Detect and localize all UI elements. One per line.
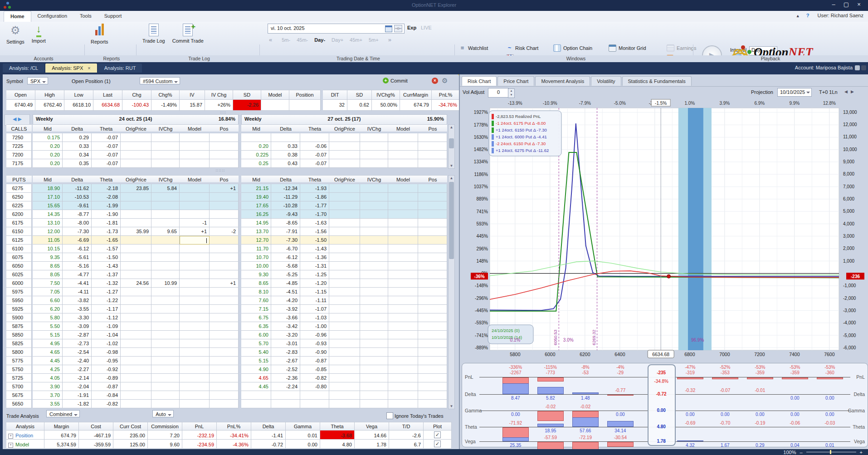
spinner-arrows-icon[interactable]: ▲▼ — [508, 88, 515, 98]
chain-settings-icon[interactable]: ⚙ — [442, 77, 448, 85]
puts-row[interactable]: 59005.80-3.30-1.126.75-3.66-1.03 — [3, 313, 458, 322]
puts-row[interactable]: 615012.00-7.30-1.7335.999.65+1-213.70-7.… — [3, 227, 458, 236]
puts-row[interactable]: 58755.50-3.09-1.096.35-3.42-1.00 — [3, 322, 458, 331]
symbol-select[interactable]: SPX — [27, 77, 48, 84]
ribbon-button-option-chain[interactable]: Option Chain — [553, 44, 609, 52]
puts-row[interactable]: 58505.15-2.87-1.046.00-3.20-0.96 — [3, 331, 458, 339]
maximize-button[interactable]: ▢ — [840, 1, 853, 8]
calls-row[interactable]: 72500.1750.29-0.07 — [3, 133, 458, 142]
clear-position-icon[interactable]: × — [432, 78, 438, 84]
puts-row[interactable]: 59757.05-4.11-1.278.10-4.51-1.15 — [3, 288, 458, 296]
panel-pin-icon[interactable] — [861, 65, 866, 70]
ribbon-button-commit-trade[interactable]: Commit Trade — [172, 24, 204, 44]
projection-prev-icon[interactable]: ◀ — [844, 89, 848, 94]
time-nav-45m[interactable]: 45m- — [297, 37, 308, 43]
puts-row[interactable]: 620014.35-8.77-1.9016.25-9.43-1.70 — [3, 210, 458, 219]
time-nav-day[interactable]: Day+ — [332, 37, 343, 43]
puts-row[interactable]: 627518.90-11.62-2.1823.855.84+121.15-12.… — [3, 184, 458, 193]
puts-row[interactable]: 59506.60-3.82-1.227.60-4.20-1.11 — [3, 296, 458, 305]
scroll-down-icon[interactable]: ▼ — [449, 404, 454, 408]
calls-scrollbar[interactable]: ▲▼ — [448, 124, 455, 169]
puts-row[interactable]: 625017.10-10.53-2.0819.40-11.29-1.86 — [3, 193, 458, 201]
ribbon-button-risk-chart[interactable]: ~Risk Chart — [506, 44, 553, 52]
ribbon-button-monitor-grid[interactable]: Monitor Grid — [609, 44, 667, 52]
puts-row[interactable]: 60007.50-4.41-1.3224.5610.99+18.65-4.85-… — [3, 279, 458, 288]
analysis-mode-select[interactable]: Combined — [46, 410, 80, 417]
puts-row[interactable]: 60258.05-4.77-1.379.30-5.25-1.25 — [3, 270, 458, 279]
menu-item-home[interactable]: Home — [4, 11, 31, 22]
splitter-handle[interactable]: ∷∷∷ — [216, 169, 225, 173]
puts-row[interactable]: 60508.65-5.16-1.4310.00-5.68-1.31 — [3, 262, 458, 270]
zoom-slider[interactable] — [806, 452, 856, 452]
scroll-up-icon[interactable]: ▲ — [449, 125, 454, 129]
scroll-down-icon[interactable]: ▼ — [449, 164, 454, 168]
menu-item-support[interactable]: Support — [98, 11, 128, 22]
tab-price-chart[interactable]: Price Chart — [497, 76, 534, 86]
puts-row[interactable]: 617513.10-8.00-1.81-114.95-8.65-1.63 — [3, 219, 458, 227]
plot-checkbox[interactable]: ✓ — [434, 440, 441, 447]
help-icon[interactable]: ? — [806, 13, 809, 18]
next-expiry-icon[interactable]: ▶ — [18, 116, 22, 122]
puts-row[interactable]: 56503.55-1.82-0.82 — [3, 400, 458, 408]
trading-date-field[interactable]: vi. 10 oct. 2025⊣⊢ — [268, 24, 405, 34]
tab-risk-chart[interactable]: Risk Chart — [462, 76, 497, 86]
tab-analysis-rut[interactable]: Analysis: RUT — [98, 64, 142, 73]
ribbon-button-watchlist[interactable]: ≡Watchlist — [459, 44, 506, 52]
time-nav-day[interactable]: Day- — [314, 37, 325, 43]
puts-row[interactable]: 56753.70-1.91-0.84 — [3, 391, 458, 400]
rewind-icon[interactable]: « — [269, 36, 272, 43]
puts-row[interactable]: 58004.65-2.54-0.985.40-2.83-0.90 — [3, 348, 458, 357]
prev-expiry-icon[interactable]: ◀ — [13, 116, 18, 122]
vol-adjust-spinner[interactable]: 0▲▼ — [488, 88, 509, 98]
puts-row[interactable]: 59256.20-3.55-1.177.15-3.92-1.07 — [3, 305, 458, 313]
commit-button[interactable]: +Commit — [383, 78, 408, 83]
puts-scrollbar[interactable]: ▲▼ — [448, 175, 455, 409]
time-nav-45m[interactable]: 45m+ — [350, 37, 362, 43]
ignore-trades-checkbox[interactable] — [386, 412, 393, 419]
puts-row[interactable]: 58254.95-2.73-1.025.70-3.01-0.93 — [3, 339, 458, 348]
ribbon-button-import[interactable]: ↓Import — [32, 24, 46, 44]
tab-analysis-cl[interactable]: Analysis: /CL — [3, 64, 44, 73]
close-button[interactable]: × — [853, 1, 865, 8]
tab-analysis-spx[interactable]: Analysis: SPX× — [45, 64, 97, 73]
zoom-in-icon[interactable]: + — [860, 450, 863, 455]
position-select[interactable]: #594 Custom — [140, 77, 180, 84]
time-nav-5m[interactable]: 5m- — [282, 37, 290, 43]
menu-item-configuration[interactable]: Configuration — [31, 11, 73, 22]
tab-statistics-fundamentals[interactable]: Statistics & Fundamentals — [622, 76, 692, 86]
calendar-icon[interactable] — [385, 25, 392, 32]
tab-movement-analysis[interactable]: Movement Analysis — [535, 76, 590, 86]
time-nav-5m[interactable]: 5m+ — [369, 37, 379, 43]
ta-row-position[interactable]: +Position674.79-467.19235.007.20-232.19-… — [3, 431, 458, 440]
puts-row[interactable]: 57254.05-2.14-0.894.65-2.36-0.82 — [3, 374, 458, 382]
calls-row[interactable]: 71750.200.35-0.070.250.43-0.07 — [3, 159, 458, 168]
puts-row[interactable]: 57504.25-2.27-0.924.90-2.52-0.85 — [3, 365, 458, 374]
expand-icon[interactable]: + — [8, 434, 13, 439]
puts-row[interactable]: 610010.15-6.12-1.5711.70-6.70-1.43 — [3, 245, 458, 253]
tab-close-icon[interactable]: × — [88, 65, 90, 71]
tab-volatility[interactable]: Volatility — [591, 76, 621, 86]
zoom-out-icon[interactable]: – — [800, 450, 802, 455]
projection-date-select[interactable]: 10/10/2025 — [777, 88, 812, 97]
scroll-up-icon[interactable]: ▲ — [449, 176, 454, 180]
expand-icon[interactable]: + — [8, 443, 13, 448]
ribbon-button-trade-log[interactable]: Trade Log — [142, 24, 165, 44]
puts-row[interactable]: 622515.65-9.61-1.9917.65-10.28-1.77 — [3, 201, 458, 210]
forward-icon[interactable]: » — [388, 36, 391, 43]
ribbon-button-settings[interactable]: ⚙Settings — [6, 24, 24, 44]
time-grid-icon[interactable]: ⊣⊢ — [394, 25, 402, 32]
puts-row[interactable]: 57754.45-2.40-0.955.15-2.67-0.87 — [3, 357, 458, 365]
calls-row[interactable]: 72250.200.33-0.070.200.33-0.06 — [3, 142, 458, 151]
menu-item-tools[interactable]: Tools — [73, 11, 98, 22]
analysis-auto-select[interactable]: Auto — [152, 410, 174, 417]
ribbon-button-reports[interactable]: Reports — [91, 24, 108, 44]
account-icon[interactable] — [855, 65, 860, 70]
puts-row[interactable]: 612511.05-6.69-1.6512.70-7.30-1.50 — [3, 236, 458, 245]
puts-row[interactable]: 60759.35-5.61-1.5010.70-6.12-1.36 — [3, 253, 458, 262]
puts-row[interactable]: 57003.90-2.04-0.874.45-2.24-0.80 — [3, 382, 458, 391]
plot-checkbox[interactable]: ✓ — [434, 431, 441, 438]
collapse-ribbon-icon[interactable]: ▲ — [796, 14, 800, 18]
calls-row[interactable]: 72000.200.34-0.070.2250.38-0.07 — [3, 151, 458, 159]
zoom-slider-handle[interactable] — [830, 450, 831, 454]
ta-row-model[interactable]: +Model5,374.59-359.59125.009.60-234.59-4… — [3, 440, 458, 449]
